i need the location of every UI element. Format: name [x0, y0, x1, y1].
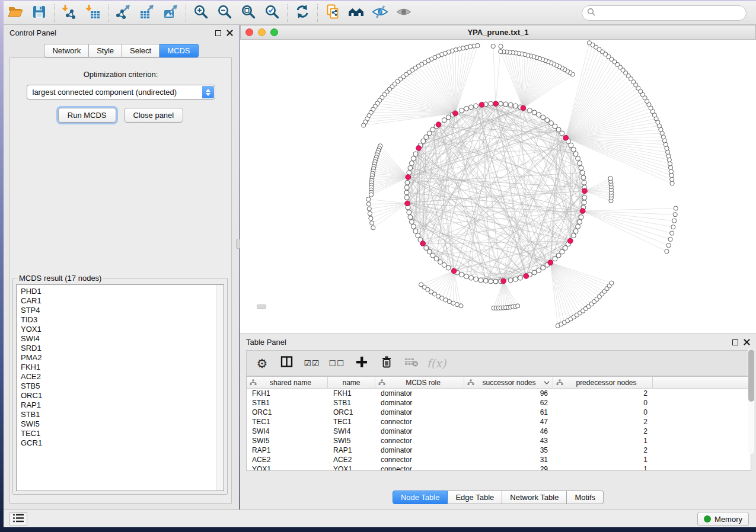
network-graph[interactable]: [240, 40, 755, 334]
export-image-button[interactable]: [159, 3, 183, 23]
table-row[interactable]: YOX1YOX1connector291: [247, 464, 751, 471]
table-options-gear-button[interactable]: ⚙: [254, 354, 270, 372]
memory-button[interactable]: Memory: [697, 512, 749, 526]
add-column-button[interactable]: [353, 354, 370, 372]
cell-successor-nodes: 46: [464, 427, 553, 435]
mcds-result-item[interactable]: ORC1: [21, 391, 224, 400]
cell-predecessor-nodes: 0: [553, 399, 653, 407]
hide-selected-button[interactable]: [368, 3, 392, 23]
mcds-result-item[interactable]: STB1: [21, 410, 224, 419]
node-table-body: FKH1FKH1dominator962STB1STB1dominator620…: [247, 389, 751, 471]
table-row[interactable]: ORC1ORC1dominator610: [247, 408, 751, 417]
delete-column-button[interactable]: [378, 354, 395, 372]
optimization-criterion-label: Optimization criterion:: [10, 70, 231, 79]
column-header-name[interactable]: name: [328, 377, 375, 388]
network-canvas[interactable]: [240, 40, 756, 334]
mcds-result-item[interactable]: TEC1: [21, 429, 224, 438]
first-neighbors-button[interactable]: [344, 3, 368, 23]
delete-table-button[interactable]: [403, 354, 420, 372]
mcds-result-item[interactable]: CAR1: [21, 296, 224, 306]
control-panel: Control Panel NetworkStyleSelectMCDS Opt…: [4, 25, 240, 509]
zoom-out-button[interactable]: [213, 3, 237, 23]
mcds-result-item[interactable]: STB5: [21, 382, 224, 391]
import-network-button[interactable]: [58, 3, 81, 23]
deselect-all-columns-button[interactable]: ☐☐: [328, 354, 345, 372]
table-row[interactable]: SWI4SWI4dominator462: [247, 427, 751, 436]
open-folder-icon: [7, 4, 24, 23]
mcds-result-item[interactable]: GCR1: [21, 438, 224, 448]
table-row[interactable]: RAP1RAP1dominator352: [247, 446, 751, 455]
cell-name: TEC1: [328, 418, 375, 426]
optimization-criterion-select[interactable]: largest connected component (undirected): [27, 85, 215, 100]
mcds-result-item[interactable]: SWI4: [21, 334, 224, 344]
cell-MCDS-role: connector: [375, 437, 464, 445]
export-table-icon: [139, 4, 155, 23]
float-panel-icon[interactable]: [215, 30, 221, 36]
cell-MCDS-role: connector: [375, 418, 464, 426]
mcds-result-list[interactable]: PHD1CAR1STP4TID3YOX1SWI4SRD1PMA2FKH1ACE2…: [16, 284, 224, 491]
table-row[interactable]: TEC1TEC1connector472: [247, 417, 751, 427]
sort-descending-icon: [544, 381, 550, 384]
export-image-icon: [162, 4, 179, 23]
trash-icon: [379, 355, 394, 371]
list-icon: [12, 513, 24, 525]
table-scrollbar[interactable]: [748, 348, 754, 454]
mcds-result-item[interactable]: PMA2: [21, 353, 224, 363]
show-all-button[interactable]: [392, 3, 416, 23]
zoom-in-button[interactable]: [189, 3, 213, 23]
open-folder-button[interactable]: [4, 3, 27, 23]
save-session-button[interactable]: [27, 3, 51, 23]
table-row[interactable]: STB1STB1dominator620: [247, 398, 751, 408]
panel-list-button[interactable]: [9, 512, 27, 525]
cell-MCDS-role: dominator: [375, 427, 464, 435]
network-window-titlebar[interactable]: YPA_prune.txt_1: [240, 25, 756, 40]
function-builder-button[interactable]: f(x): [428, 354, 445, 372]
tab-network[interactable]: Network: [44, 44, 89, 57]
vertical-splitter-handle[interactable]: [236, 239, 240, 249]
duplicate-network-button[interactable]: [321, 3, 344, 23]
mcds-result-item[interactable]: PHD1: [21, 287, 224, 296]
search-box[interactable]: [582, 5, 747, 21]
table-row[interactable]: SWI5SWI5connector431: [247, 436, 751, 446]
run-mcds-button[interactable]: Run MCDS: [58, 108, 116, 123]
mcds-list-scrollbar[interactable]: [216, 285, 224, 491]
mcds-result-item[interactable]: SWI5: [21, 419, 224, 429]
cell-name: YOX1: [328, 465, 375, 471]
close-panel-icon[interactable]: [744, 337, 750, 348]
tab-node-table[interactable]: Node Table: [393, 491, 448, 504]
zoom-fit-button[interactable]: [237, 3, 260, 23]
select-all-columns-button[interactable]: ☑☑: [304, 354, 320, 372]
column-header-shared-name[interactable]: shared name: [247, 377, 328, 388]
table-row[interactable]: ACE2ACE2connector311: [247, 455, 751, 464]
mcds-result-item[interactable]: FKH1: [21, 363, 224, 372]
close-panel-icon[interactable]: [227, 28, 233, 39]
table-row[interactable]: FKH1FKH1dominator962: [247, 389, 751, 398]
import-table-button[interactable]: [81, 3, 105, 23]
tab-motifs[interactable]: Motifs: [567, 491, 604, 504]
horizontal-splitter-handle[interactable]: [257, 305, 266, 309]
mcds-result-item[interactable]: ACE2: [21, 372, 224, 382]
column-visibility-button[interactable]: [279, 354, 295, 372]
export-network-button[interactable]: [111, 3, 135, 23]
zoom-selected-button[interactable]: [260, 3, 284, 23]
refresh-view-button[interactable]: [291, 3, 314, 23]
float-panel-icon[interactable]: [732, 339, 738, 345]
close-panel-button[interactable]: Close panel: [124, 108, 184, 123]
column-header-MCDS-role[interactable]: MCDS role: [375, 377, 464, 388]
tab-edge-table[interactable]: Edge Table: [448, 491, 502, 504]
table-scrollbar-thumb[interactable]: [748, 350, 754, 402]
column-header-successor-nodes[interactable]: successor nodes: [464, 377, 553, 388]
tab-style[interactable]: Style: [89, 44, 122, 57]
cell-shared-name: SWI4: [247, 427, 328, 435]
search-input[interactable]: [599, 9, 746, 18]
tab-mcds[interactable]: MCDS: [160, 44, 198, 57]
mcds-result-item[interactable]: RAP1: [21, 400, 224, 410]
column-header-predecessor-nodes[interactable]: predecessor nodes: [553, 377, 653, 388]
tab-network-table[interactable]: Network Table: [502, 491, 567, 504]
tab-select[interactable]: Select: [122, 44, 160, 57]
export-table-button[interactable]: [135, 3, 159, 23]
mcds-result-item[interactable]: YOX1: [21, 325, 224, 334]
mcds-result-item[interactable]: SRD1: [21, 344, 224, 353]
mcds-result-item[interactable]: TID3: [21, 315, 224, 325]
mcds-result-item[interactable]: STP4: [21, 306, 224, 315]
